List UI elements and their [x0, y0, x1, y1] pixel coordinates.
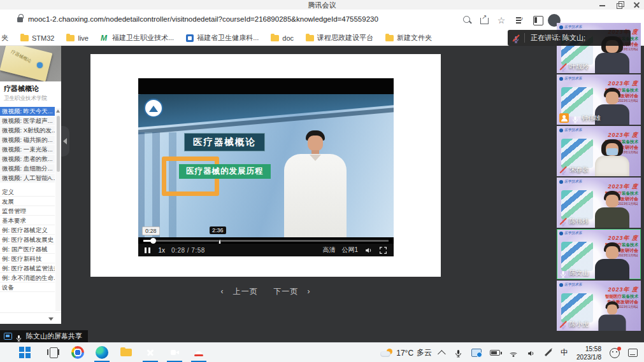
course-book-label: 疗器械概论 [10, 48, 32, 64]
minimize-icon[interactable] [599, 1, 606, 8]
url-text[interactable]: mooc1-2.chaoxing.com/nodedetailcontrolle… [28, 15, 378, 23]
tray-mic-icon[interactable] [454, 349, 463, 358]
participant-tile[interactable]: 医学技术系 2023年 度 智能医疗装备技术 专业教改研讨会 2023年1月8日… [557, 178, 641, 228]
participant-name: 陈伟炜 [569, 217, 589, 226]
tray-screenshare-icon[interactable] [471, 349, 482, 357]
chapter-item[interactable]: 微视频: 磁共振的... [0, 136, 55, 144]
tray-expand-icon[interactable] [438, 350, 446, 358]
video-letterbox [138, 78, 394, 94]
battery-icon[interactable] [490, 350, 500, 356]
progress-track[interactable] [143, 240, 389, 242]
next-page-button[interactable]: 下一页 [273, 287, 298, 296]
participant-figure [594, 139, 631, 176]
bookmark-fjswsjk[interactable]: 福建省卫生健康科... [186, 33, 259, 43]
sidebar-extension-icon[interactable] [533, 15, 544, 26]
participant-tile-speaking[interactable]: 医学技术系 2023年 度 智能医疗装备技术 专业教改研讨会 2023年1月8日… [557, 229, 641, 279]
bookmark-star-icon[interactable]: ☆ [496, 15, 507, 26]
restore-icon[interactable] [616, 1, 623, 8]
presenter-face [308, 136, 323, 151]
chapter-list: 微视频: 昨天今天... 微视频: 医学超声... 微视频: X射线的发... … [0, 107, 55, 183]
chapter-item[interactable]: 微视频: 患者的救... [0, 155, 55, 164]
taskbar: 17°C 多云 中 15:58 2023/1/8 [0, 342, 644, 362]
zoom-icon[interactable] [462, 15, 473, 26]
pause-button[interactable] [145, 247, 150, 253]
background-graphic [561, 293, 593, 323]
quality-button[interactable]: 高清 [322, 246, 335, 254]
nav-scrollbar[interactable] [55, 108, 61, 311]
weather-widget[interactable]: 17°C 多云 [380, 347, 432, 358]
chapter-item[interactable]: 微视频: 人工智能A... [0, 174, 55, 183]
video-player[interactable]: 医疗器械概论 医疗器械的发展历程 0:28 2:36 [138, 78, 394, 256]
notification-center-icon[interactable] [628, 349, 638, 357]
bookmark-overflow-label[interactable]: 夹 [1, 33, 8, 43]
folder-icon [385, 35, 394, 41]
bookmark-live[interactable]: live [66, 34, 89, 42]
close-icon[interactable] [633, 1, 640, 8]
start-button[interactable] [19, 346, 32, 359]
section-item[interactable]: 例: 国产医疗器械 [0, 244, 55, 254]
scrollbar-thumb[interactable] [57, 116, 60, 172]
section-item[interactable]: 基本要求 [0, 216, 55, 225]
volume-icon[interactable] [364, 246, 373, 254]
wifi-icon[interactable] [508, 349, 519, 357]
section-item[interactable]: 设备 [0, 282, 55, 292]
edge-icon[interactable] [96, 346, 108, 359]
address-bar[interactable]: mooc1-2.chaoxing.com/nodedetailcontrolle… [0, 10, 644, 31]
scroll-up-icon[interactable] [56, 109, 60, 113]
participant-name-row: 陈伟炜 [559, 217, 589, 226]
section-item[interactable]: 发展 [0, 197, 55, 206]
chapter-item-selected[interactable]: 微视频: 昨天今天... [0, 107, 55, 116]
m-site-icon: M [101, 34, 109, 42]
section-item[interactable]: 监督管理 [0, 206, 55, 216]
clock[interactable]: 15:58 2023/1/8 [576, 345, 601, 361]
bookmark-doc[interactable]: doc [271, 34, 294, 42]
section-item[interactable]: 定义 [0, 187, 55, 197]
controls-right: 高清 公网1 [322, 246, 387, 254]
section-item[interactable]: 例: 医疗器械监管法规 [0, 263, 55, 273]
content-panel: 医疗器械概论 医疗器械的发展历程 0:28 2:36 [90, 54, 441, 277]
folder-icon [271, 35, 279, 41]
playback-speed-button[interactable]: 1x [159, 247, 166, 254]
messenger-icon[interactable] [610, 348, 620, 358]
section-list: 定义 发展 监督管理 基本要求 例: 医疗器械定义 例: 医疗器械发展史 例: … [0, 187, 55, 292]
section-item[interactable]: 例: 医疗新科技 [0, 254, 55, 263]
video-progress-bar[interactable]: 0:28 2:36 [138, 237, 394, 244]
participant-tile[interactable]: 医学技术系 2023年 度 智能医疗装备技术 专业教改研讨会 2023年1月8日… [557, 126, 641, 176]
chapter-item[interactable]: 微视频: 医学超声... [0, 116, 55, 125]
bookmark-kcsz[interactable]: 课程思政建设平台 [306, 33, 373, 43]
bookmark-stm32[interactable]: STM32 [20, 34, 54, 42]
chevron-down-icon[interactable] [48, 317, 54, 321]
bookmark-fjwszyjs[interactable]: M福建卫生职业技术... [101, 33, 174, 43]
chapter-item[interactable]: 微视频: 血细胞分... [0, 164, 55, 173]
ime-indicator[interactable]: 中 [561, 347, 568, 358]
section-item[interactable]: 例: 医疗器械定义 [0, 225, 55, 235]
nav-collapse-handle[interactable] [61, 126, 69, 157]
participant-name: 陈小虎 [569, 320, 589, 329]
chapter-item[interactable]: 微视频: X射线的发... [0, 126, 55, 135]
tray-volume-icon[interactable] [527, 349, 536, 358]
pen-icon[interactable] [545, 349, 552, 356]
section-item[interactable]: 例: 医疗器械发展史 [0, 235, 55, 244]
chapter-item[interactable]: 微视频: 一束光落... [0, 145, 55, 154]
share-icon[interactable] [479, 15, 490, 26]
fullscreen-icon[interactable] [379, 246, 387, 254]
participant-tile[interactable]: 医学技术系 2023年 度 智能医疗装备技术 专业教改研讨会 2023年1月8日… [557, 281, 641, 331]
blue-site-icon [186, 34, 194, 42]
network-line-button[interactable]: 公网1 [341, 246, 358, 254]
section-item[interactable]: 例: 永不消逝的生命... [0, 273, 55, 282]
next-arrow-icon[interactable]: › [308, 287, 311, 296]
progress-knob[interactable] [150, 238, 156, 244]
window-controls [599, 0, 640, 10]
mic-muted-icon [559, 321, 567, 328]
video-frame[interactable]: 医疗器械概论 医疗器械的发展历程 [138, 94, 394, 237]
chrome-icon[interactable] [71, 346, 84, 359]
video-controls-bar: 1x 0:28 / 7:58 高清 公网1 [138, 244, 394, 256]
playlist-extension-icon[interactable] [515, 15, 527, 26]
bookmark-newfolder[interactable]: 新建文件夹 [385, 33, 432, 43]
system-tray: 17°C 多云 中 15:58 2023/1/8 [380, 343, 644, 362]
mic-muted-icon [559, 218, 567, 225]
participant-tile[interactable]: 医学技术系 2023年 度 智能医疗装备技术 专业教改研讨会 2023年1月8日… [557, 74, 641, 125]
avatar-badge [559, 113, 569, 123]
prev-arrow-icon[interactable]: ‹ [220, 287, 224, 296]
prev-page-button[interactable]: 上一页 [233, 287, 258, 296]
